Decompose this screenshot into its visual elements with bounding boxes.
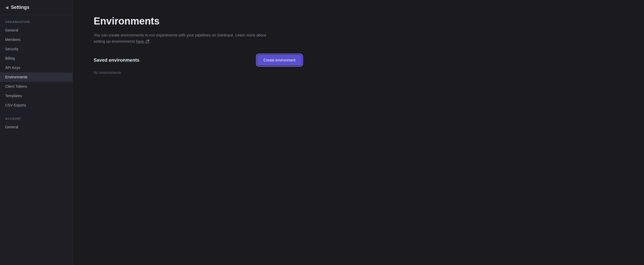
sidebar-item-templates[interactable]: Templates (0, 91, 73, 100)
sidebar-item-billing[interactable]: Billing (0, 54, 73, 63)
page-title: Environments (94, 16, 623, 27)
back-arrow-icon[interactable]: ◀ (5, 5, 8, 10)
sidebar-item-general-org[interactable]: General (0, 26, 73, 35)
sidebar-item-security[interactable]: Security (0, 44, 73, 54)
sidebar-header: ◀ Settings (0, 0, 73, 15)
here-link[interactable]: here (136, 39, 150, 43)
description-period: . (150, 39, 151, 43)
organization-section-label: Organization (0, 20, 73, 26)
sidebar-item-members[interactable]: Members (0, 35, 73, 44)
description-text-part1: You can create environments to run exper… (94, 33, 266, 43)
account-section: Account General (0, 112, 73, 134)
sidebar-item-client-tokens[interactable]: Client Tokens (0, 82, 73, 91)
sidebar: ◀ Settings Organization General Members … (0, 0, 73, 265)
sidebar-item-environments[interactable]: Environments (0, 72, 73, 82)
empty-state-message: No environments (94, 71, 623, 75)
external-link-icon (146, 40, 149, 43)
saved-environments-title: Saved environments (94, 58, 139, 63)
sidebar-item-api-keys[interactable]: API Keys (0, 63, 73, 72)
organization-section: Organization General Members Security Bi… (0, 15, 73, 112)
sidebar-item-general-account[interactable]: General (0, 122, 73, 132)
sidebar-item-csv-exports[interactable]: CSV Exports (0, 100, 73, 110)
account-section-label: Account (0, 117, 73, 122)
main-content: Environments You can create environments… (73, 0, 644, 265)
page-description: You can create environments to run exper… (94, 32, 276, 45)
saved-environments-header: Saved environments Create environment (94, 55, 302, 65)
sidebar-title: Settings (11, 5, 29, 10)
create-environment-button[interactable]: Create environment (257, 55, 302, 65)
